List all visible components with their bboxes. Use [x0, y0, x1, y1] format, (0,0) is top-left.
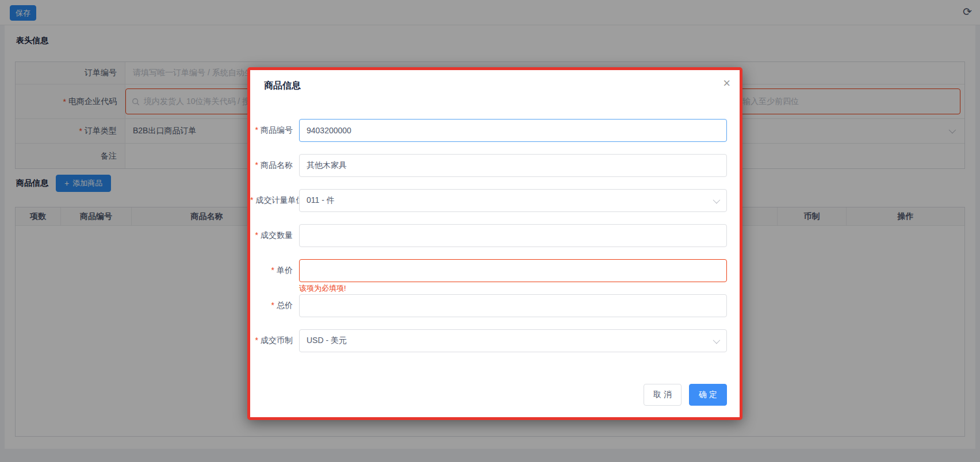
required-error-message: 该项为必填项! — [299, 283, 346, 294]
total-price-row: *总价 — [250, 294, 740, 317]
currency-row: *成交币制 USD - 美元 — [250, 329, 740, 352]
required-asterisk: * — [271, 301, 274, 310]
cancel-button[interactable]: 取 消 — [644, 384, 682, 406]
required-asterisk: * — [255, 336, 258, 345]
currency-label-text: 成交币制 — [261, 336, 293, 345]
required-asterisk: * — [255, 230, 258, 240]
currency-label: *成交币制 — [250, 336, 293, 346]
quantity-input[interactable] — [299, 224, 727, 247]
goods-no-label: *商品编号 — [250, 125, 293, 136]
modal-header: 商品信息 × — [250, 70, 740, 92]
unit-select[interactable]: 011 - 件 — [299, 189, 727, 212]
goods-name-value: 其他木家具 — [307, 160, 347, 171]
unit-label: *成交计量单位 — [250, 195, 293, 206]
unit-price-label: *单价 — [250, 265, 293, 276]
currency-value: USD - 美元 — [307, 336, 347, 346]
chevron-down-icon — [713, 337, 721, 344]
unit-price-row: *单价 该项为必填项! — [250, 259, 740, 282]
unit-value: 011 - 件 — [307, 195, 335, 206]
modal-form: *商品编号 9403200000 *商品名称 其他木家具 *成交计量单位 011… — [250, 119, 740, 352]
required-asterisk: * — [250, 195, 253, 205]
required-asterisk: * — [255, 125, 258, 134]
goods-name-row: *商品名称 其他木家具 — [250, 154, 740, 177]
goods-no-input[interactable]: 9403200000 — [299, 119, 727, 142]
total-price-label: *总价 — [250, 301, 293, 311]
goods-name-label: *商品名称 — [250, 160, 293, 171]
goods-no-label-text: 商品编号 — [261, 125, 293, 134]
unit-price-input[interactable] — [299, 259, 727, 282]
close-icon[interactable]: × — [723, 77, 730, 90]
unit-row: *成交计量单位 011 - 件 — [250, 189, 740, 212]
quantity-label-text: 成交数量 — [261, 230, 293, 240]
required-asterisk: * — [271, 265, 274, 275]
total-price-input[interactable] — [299, 294, 727, 317]
goods-name-label-text: 商品名称 — [261, 160, 293, 170]
unit-label-text: 成交计量单位 — [255, 195, 304, 205]
quantity-row: *成交数量 — [250, 224, 740, 247]
modal-footer: 取 消 确 定 — [644, 384, 727, 406]
unit-price-label-text: 单价 — [277, 265, 293, 275]
quantity-label: *成交数量 — [250, 230, 293, 241]
modal-title: 商品信息 — [264, 80, 301, 90]
goods-no-row: *商品编号 9403200000 — [250, 119, 740, 142]
required-asterisk: * — [255, 160, 258, 170]
total-price-label-text: 总价 — [277, 301, 293, 310]
confirm-button[interactable]: 确 定 — [689, 384, 727, 406]
goods-name-input[interactable]: 其他木家具 — [299, 154, 727, 177]
goods-no-value: 9403200000 — [307, 126, 351, 135]
currency-select[interactable]: USD - 美元 — [299, 329, 727, 352]
chevron-down-icon — [713, 197, 721, 204]
goods-info-modal: 商品信息 × *商品编号 9403200000 *商品名称 其他木家具 *成交计… — [247, 67, 742, 420]
